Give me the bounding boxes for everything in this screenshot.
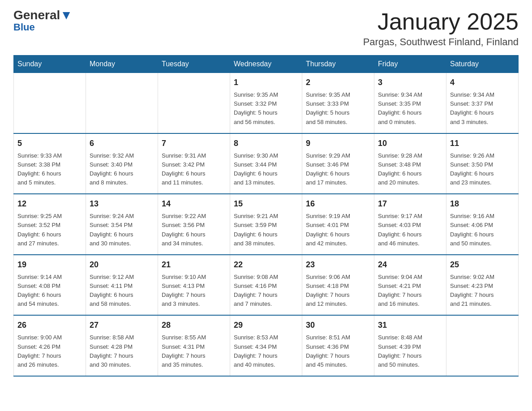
calendar-cell: 19Sunrise: 9:14 AMSunset: 4:08 PMDayligh… [14, 255, 86, 316]
calendar-cell: 7Sunrise: 9:31 AMSunset: 3:42 PMDaylight… [158, 133, 230, 194]
logo: General▼ Blue [13, 9, 73, 32]
calendar-cell: 8Sunrise: 9:30 AMSunset: 3:44 PMDaylight… [230, 133, 302, 194]
calendar-cell [158, 73, 230, 133]
day-number: 5 [17, 137, 82, 150]
day-info: Sunrise: 9:16 AMSunset: 4:06 PMDaylight:… [450, 212, 515, 248]
day-info: Sunrise: 9:29 AMSunset: 3:46 PMDaylight:… [306, 151, 370, 188]
calendar-week-row: 5Sunrise: 9:33 AMSunset: 3:38 PMDaylight… [14, 133, 519, 194]
calendar-week-row: 26Sunrise: 9:00 AMSunset: 4:26 PMDayligh… [14, 315, 519, 376]
col-header-sunday: Sunday [14, 56, 86, 73]
calendar-cell: 27Sunrise: 8:58 AMSunset: 4:28 PMDayligh… [86, 315, 158, 376]
day-info: Sunrise: 9:06 AMSunset: 4:18 PMDaylight:… [306, 273, 370, 309]
calendar-cell: 3Sunrise: 9:34 AMSunset: 3:35 PMDaylight… [374, 73, 446, 133]
day-info: Sunrise: 9:10 AMSunset: 4:13 PMDaylight:… [162, 273, 226, 309]
day-info: Sunrise: 9:35 AMSunset: 3:33 PMDaylight:… [306, 90, 370, 127]
calendar-cell: 12Sunrise: 9:25 AMSunset: 3:52 PMDayligh… [14, 194, 86, 255]
day-info: Sunrise: 8:53 AMSunset: 4:34 PMDaylight:… [234, 333, 298, 369]
day-info: Sunrise: 9:34 AMSunset: 3:35 PMDaylight:… [378, 90, 442, 127]
calendar-cell: 5Sunrise: 9:33 AMSunset: 3:38 PMDaylight… [14, 133, 86, 194]
day-number: 6 [90, 137, 154, 150]
calendar-cell: 9Sunrise: 9:29 AMSunset: 3:46 PMDaylight… [302, 133, 374, 194]
calendar-cell: 13Sunrise: 9:24 AMSunset: 3:54 PMDayligh… [86, 194, 158, 255]
day-info: Sunrise: 8:48 AMSunset: 4:39 PMDaylight:… [378, 333, 442, 369]
calendar-cell: 26Sunrise: 9:00 AMSunset: 4:26 PMDayligh… [14, 315, 86, 376]
calendar-header-row: SundayMondayTuesdayWednesdayThursdayFrid… [14, 56, 519, 73]
day-info: Sunrise: 8:55 AMSunset: 4:31 PMDaylight:… [162, 333, 226, 369]
day-info: Sunrise: 9:12 AMSunset: 4:11 PMDaylight:… [90, 273, 154, 309]
day-number: 7 [162, 137, 226, 150]
logo-triangle-icon: ▼ [60, 8, 73, 22]
day-number: 13 [90, 198, 154, 210]
day-number: 28 [162, 319, 226, 331]
calendar-week-row: 1Sunrise: 9:35 AMSunset: 3:32 PMDaylight… [14, 73, 519, 133]
day-info: Sunrise: 9:25 AMSunset: 3:52 PMDaylight:… [17, 212, 82, 248]
day-info: Sunrise: 9:33 AMSunset: 3:38 PMDaylight:… [17, 151, 82, 188]
calendar-cell: 16Sunrise: 9:19 AMSunset: 4:01 PMDayligh… [302, 194, 374, 255]
calendar-cell: 25Sunrise: 9:02 AMSunset: 4:23 PMDayligh… [446, 255, 519, 316]
calendar-cell: 11Sunrise: 9:26 AMSunset: 3:50 PMDayligh… [446, 133, 519, 194]
day-number: 22 [234, 259, 298, 271]
day-info: Sunrise: 9:14 AMSunset: 4:08 PMDaylight:… [17, 273, 82, 309]
col-header-tuesday: Tuesday [158, 56, 230, 73]
logo-text-top: General▼ [13, 9, 73, 21]
calendar-cell: 20Sunrise: 9:12 AMSunset: 4:11 PMDayligh… [86, 255, 158, 316]
day-number: 30 [306, 319, 370, 331]
day-number: 17 [378, 198, 442, 210]
calendar-cell [14, 73, 86, 133]
day-number: 9 [306, 137, 370, 150]
day-info: Sunrise: 9:22 AMSunset: 3:56 PMDaylight:… [162, 212, 226, 248]
day-number: 2 [306, 77, 370, 89]
calendar-cell: 10Sunrise: 9:28 AMSunset: 3:48 PMDayligh… [374, 133, 446, 194]
day-number: 3 [378, 77, 442, 89]
logo-text-bottom: Blue [13, 22, 73, 32]
day-number: 8 [234, 137, 298, 150]
day-number: 16 [306, 198, 370, 210]
calendar-cell: 18Sunrise: 9:16 AMSunset: 4:06 PMDayligh… [446, 194, 519, 255]
day-number: 1 [234, 77, 298, 89]
calendar-cell: 15Sunrise: 9:21 AMSunset: 3:59 PMDayligh… [230, 194, 302, 255]
calendar-cell: 14Sunrise: 9:22 AMSunset: 3:56 PMDayligh… [158, 194, 230, 255]
calendar-cell: 22Sunrise: 9:08 AMSunset: 4:16 PMDayligh… [230, 255, 302, 316]
day-info: Sunrise: 9:04 AMSunset: 4:21 PMDaylight:… [378, 273, 442, 309]
day-number: 24 [378, 259, 442, 271]
title-block: January 2025 Pargas, Southwest Finland, … [363, 9, 519, 48]
day-info: Sunrise: 9:00 AMSunset: 4:26 PMDaylight:… [17, 333, 82, 369]
day-number: 31 [378, 319, 442, 331]
calendar-cell: 17Sunrise: 9:17 AMSunset: 4:03 PMDayligh… [374, 194, 446, 255]
day-info: Sunrise: 9:24 AMSunset: 3:54 PMDaylight:… [90, 212, 154, 248]
day-number: 23 [306, 259, 370, 271]
day-number: 11 [450, 137, 515, 150]
day-info: Sunrise: 9:21 AMSunset: 3:59 PMDaylight:… [234, 212, 298, 248]
col-header-wednesday: Wednesday [230, 56, 302, 73]
day-info: Sunrise: 9:34 AMSunset: 3:37 PMDaylight:… [450, 90, 515, 127]
day-info: Sunrise: 9:28 AMSunset: 3:48 PMDaylight:… [378, 151, 442, 188]
day-info: Sunrise: 8:51 AMSunset: 4:36 PMDaylight:… [306, 333, 370, 369]
calendar-cell: 23Sunrise: 9:06 AMSunset: 4:18 PMDayligh… [302, 255, 374, 316]
col-header-thursday: Thursday [302, 56, 374, 73]
calendar-cell: 2Sunrise: 9:35 AMSunset: 3:33 PMDaylight… [302, 73, 374, 133]
day-number: 15 [234, 198, 298, 210]
calendar-cell: 29Sunrise: 8:53 AMSunset: 4:34 PMDayligh… [230, 315, 302, 376]
day-number: 12 [17, 198, 82, 210]
calendar-cell: 4Sunrise: 9:34 AMSunset: 3:37 PMDaylight… [446, 73, 519, 133]
calendar-cell [86, 73, 158, 133]
calendar-cell: 1Sunrise: 9:35 AMSunset: 3:32 PMDaylight… [230, 73, 302, 133]
calendar-title: January 2025 [363, 9, 519, 34]
col-header-friday: Friday [374, 56, 446, 73]
calendar-cell: 6Sunrise: 9:32 AMSunset: 3:40 PMDaylight… [86, 133, 158, 194]
calendar-table: SundayMondayTuesdayWednesdayThursdayFrid… [13, 55, 519, 377]
day-number: 25 [450, 259, 515, 271]
calendar-cell: 31Sunrise: 8:48 AMSunset: 4:39 PMDayligh… [374, 315, 446, 376]
calendar-week-row: 19Sunrise: 9:14 AMSunset: 4:08 PMDayligh… [14, 255, 519, 316]
day-number: 26 [17, 319, 82, 331]
day-info: Sunrise: 9:08 AMSunset: 4:16 PMDaylight:… [234, 273, 298, 309]
calendar-cell: 21Sunrise: 9:10 AMSunset: 4:13 PMDayligh… [158, 255, 230, 316]
calendar-cell: 28Sunrise: 8:55 AMSunset: 4:31 PMDayligh… [158, 315, 230, 376]
calendar-cell: 24Sunrise: 9:04 AMSunset: 4:21 PMDayligh… [374, 255, 446, 316]
calendar-cell: 30Sunrise: 8:51 AMSunset: 4:36 PMDayligh… [302, 315, 374, 376]
day-info: Sunrise: 9:26 AMSunset: 3:50 PMDaylight:… [450, 151, 515, 188]
page-header: General▼ Blue January 2025 Pargas, South… [13, 9, 519, 48]
day-info: Sunrise: 9:19 AMSunset: 4:01 PMDaylight:… [306, 212, 370, 248]
day-number: 19 [17, 259, 82, 271]
day-info: Sunrise: 8:58 AMSunset: 4:28 PMDaylight:… [90, 333, 154, 369]
